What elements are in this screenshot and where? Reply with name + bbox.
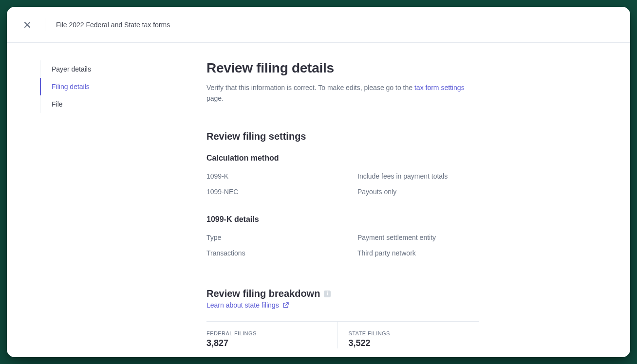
stat-value: 3,827 (206, 338, 337, 348)
close-icon (23, 21, 31, 29)
details-row-val: Third party network (357, 249, 479, 257)
learn-link-label: Learn about state filings (206, 301, 279, 309)
calc-row-val: Payouts only (357, 188, 479, 196)
calc-row-key: 1099-K (206, 172, 357, 180)
details-row: Transactions Third party network (206, 245, 479, 261)
stat-label: STATE FILINGS (349, 330, 480, 336)
details-row-key: Type (206, 234, 357, 241)
page-title: Review filing details (206, 60, 479, 76)
info-icon[interactable]: i (324, 291, 331, 297)
settings-section-title: Review filing settings (206, 131, 479, 142)
close-button[interactable] (20, 18, 34, 32)
sidebar-item-label: File (52, 100, 63, 108)
calc-row: 1099-K Include fees in payment totals (206, 168, 479, 184)
modal-header: File 2022 Federal and State tax forms (7, 7, 630, 43)
details-row-key: Transactions (206, 249, 357, 257)
stat-value: 3,522 (349, 338, 480, 348)
details-row-val: Payment settlement entity (357, 234, 479, 241)
sidebar-item-label: Filing details (52, 83, 90, 91)
modal-body: Payer details Filing details File Review… (7, 43, 630, 357)
details-row: Type Payment settlement entity (206, 230, 479, 245)
main-content: Review filing details Verify that this i… (172, 43, 630, 357)
learn-state-filings-link[interactable]: Learn about state filings (206, 301, 289, 309)
k-details-heading: 1099-K details (206, 215, 479, 224)
calc-row-key: 1099-NEC (206, 188, 357, 196)
sidebar-item-filing-details[interactable]: Filing details (40, 78, 172, 95)
sidebar-item-payer-details[interactable]: Payer details (40, 60, 172, 78)
sidebar-item-file[interactable]: File (40, 95, 172, 113)
sub-text-prefix: Verify that this information is correct.… (206, 84, 414, 91)
filing-stats: FEDERAL FILINGS 3,827 STATE FILINGS 3,52… (206, 321, 479, 348)
breakdown-section-title: Review filing breakdown (206, 288, 320, 299)
stat-federal-filings: FEDERAL FILINGS 3,827 (206, 322, 337, 348)
calc-method-heading: Calculation method (206, 154, 479, 163)
tax-form-settings-link[interactable]: tax form settings (414, 84, 465, 91)
calc-row-val: Include fees in payment totals (357, 172, 479, 180)
sidebar-nav: Payer details Filing details File (7, 43, 172, 357)
calc-row: 1099-NEC Payouts only (206, 184, 479, 200)
external-link-icon (283, 302, 289, 308)
page-subtitle: Verify that this information is correct.… (206, 83, 479, 104)
header-divider (45, 18, 45, 31)
modal-window: File 2022 Federal and State tax forms Pa… (7, 7, 630, 357)
stat-state-filings: STATE FILINGS 3,522 (337, 322, 480, 348)
stat-label: FEDERAL FILINGS (206, 330, 337, 336)
sub-text-suffix: page. (206, 94, 224, 102)
header-title: File 2022 Federal and State tax forms (56, 21, 170, 29)
sidebar-item-label: Payer details (52, 65, 91, 73)
